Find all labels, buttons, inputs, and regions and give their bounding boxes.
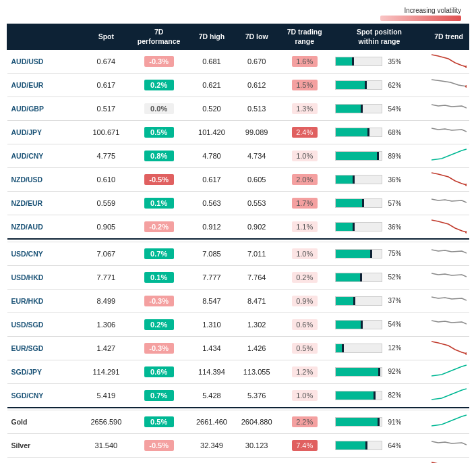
table-row: NZD/AUD 0.905 -0.2% 0.912 0.902 1.1% 36% xyxy=(7,215,469,240)
position-bar-dot xyxy=(374,391,376,400)
low-value: 0.513 xyxy=(234,97,279,121)
range-badge: 2.0% xyxy=(292,174,318,185)
position-pct: 82% xyxy=(385,391,404,399)
position-bar xyxy=(335,198,382,208)
trend-cell xyxy=(429,410,469,434)
low-value: 1.426 xyxy=(234,336,279,360)
perf-badge: -0.3% xyxy=(144,343,174,354)
spot-value: 7.771 xyxy=(84,265,129,289)
position-cell: 35% xyxy=(332,55,425,67)
position-col: 62% xyxy=(330,74,428,97)
position-bar-dot xyxy=(367,128,369,136)
trend-cell xyxy=(429,360,469,383)
range-value: 2.2% xyxy=(279,410,330,434)
pair-label: EUR/HKD xyxy=(7,289,84,312)
position-col: 64% xyxy=(330,434,428,458)
table-row: Gold 2656.590 0.5% 2661.460 2604.880 2.2… xyxy=(7,410,469,434)
range-value: 0.6% xyxy=(279,312,330,336)
col-perf: 7Dperformance xyxy=(129,24,189,50)
range-badge: 1.6% xyxy=(292,56,318,67)
high-value: 1.310 xyxy=(189,312,235,336)
table-row: NZD/EUR 0.559 0.1% 0.563 0.553 1.7% 57% xyxy=(7,192,469,215)
position-cell: 68% xyxy=(332,126,425,138)
low-value: 7.011 xyxy=(234,242,279,265)
position-bar-fill xyxy=(336,391,374,400)
range-value: 1.0% xyxy=(279,242,330,265)
range-badge: 0.2% xyxy=(292,272,318,283)
range-value: 1.0% xyxy=(279,144,330,168)
perf-value: 0.7% xyxy=(129,242,189,265)
spot-value: 0.905 xyxy=(84,215,129,240)
range-value: 7.4% xyxy=(279,434,330,458)
position-cell: 54% xyxy=(332,319,425,331)
perf-badge: -0.2% xyxy=(144,221,174,232)
perf-value: -0.3% xyxy=(129,336,189,360)
perf-value: -0.5% xyxy=(129,168,189,192)
spot-value: 2656.590 xyxy=(84,410,129,434)
perf-badge: 0.5% xyxy=(144,416,174,427)
spot-value: 1.306 xyxy=(84,312,129,336)
low-value: 4.734 xyxy=(234,144,279,168)
high-value: 1.434 xyxy=(189,336,235,360)
range-value: 1.1% xyxy=(279,215,330,240)
perf-badge: 0.2% xyxy=(144,319,174,330)
range-badge: 1.1% xyxy=(292,221,318,232)
position-bar-dot xyxy=(378,418,380,426)
position-bar xyxy=(335,391,382,400)
position-col: 92% xyxy=(330,360,428,383)
col-trend: 7D trend xyxy=(429,24,469,50)
high-value: 78.460 xyxy=(189,458,235,463)
spot-value: 0.610 xyxy=(84,168,129,192)
position-bar xyxy=(335,441,382,450)
position-cell: 36% xyxy=(332,173,425,186)
range-value: 1.6% xyxy=(279,50,330,74)
range-badge: 1.2% xyxy=(292,366,318,377)
high-value: 0.912 xyxy=(189,215,235,240)
trend-cell xyxy=(429,97,469,121)
position-cell: 37% xyxy=(332,295,425,307)
svg-point-0 xyxy=(465,65,467,68)
position-cell: 82% xyxy=(332,389,425,402)
trend-cell xyxy=(429,383,469,408)
low-value: 2604.880 xyxy=(234,410,279,434)
high-value: 0.617 xyxy=(189,168,235,192)
high-value: 114.394 xyxy=(189,360,235,383)
table-row: USD/HKD 7.771 0.1% 7.777 7.764 0.2% 52% xyxy=(7,265,469,289)
high-value: 0.621 xyxy=(189,74,235,97)
position-pct: 12% xyxy=(385,344,404,352)
range-value: 2.0% xyxy=(279,168,330,192)
range-value: 2.4% xyxy=(279,121,330,144)
col-pair xyxy=(7,24,84,50)
position-bar xyxy=(335,151,382,161)
position-pct: 89% xyxy=(385,153,404,160)
perf-badge: 0.5% xyxy=(144,127,174,138)
trend-cell xyxy=(429,458,469,463)
table-row: EUR/SGD 1.427 -0.3% 1.434 1.426 0.5% 12% xyxy=(7,336,469,360)
spot-value: 0.517 xyxy=(84,97,129,121)
position-col: 82% xyxy=(330,383,428,408)
position-pct: 52% xyxy=(385,273,404,281)
trend-cell xyxy=(429,434,469,458)
range-value: 0.9% xyxy=(279,289,330,312)
perf-badge: 0.7% xyxy=(144,248,174,259)
position-cell: 62% xyxy=(332,79,425,91)
position-cell: 75% xyxy=(332,248,425,260)
position-bar xyxy=(335,320,382,329)
table-row: AUD/EUR 0.617 0.2% 0.621 0.612 1.5% 62% xyxy=(7,74,469,97)
perf-value: 0.0% xyxy=(129,97,189,121)
range-value: 1.5% xyxy=(279,74,330,97)
position-bar-fill xyxy=(336,344,341,352)
pair-label: AUD/EUR xyxy=(7,74,84,97)
position-bar xyxy=(335,273,382,282)
position-col: 54% xyxy=(330,97,428,121)
position-bar-dot xyxy=(377,152,379,160)
table-row: AUD/GBP 0.517 0.0% 0.520 0.513 1.3% 54% xyxy=(7,97,469,121)
range-value: 1.2% xyxy=(279,360,330,383)
range-badge: 0.6% xyxy=(292,319,318,330)
range-badge: 1.0% xyxy=(292,151,318,161)
position-col: 54% xyxy=(330,312,428,336)
perf-value: 0.6% xyxy=(129,360,189,383)
range-value: 0.2% xyxy=(279,265,330,289)
trend-cell xyxy=(429,74,469,97)
range-value: 0.5% xyxy=(279,336,330,360)
